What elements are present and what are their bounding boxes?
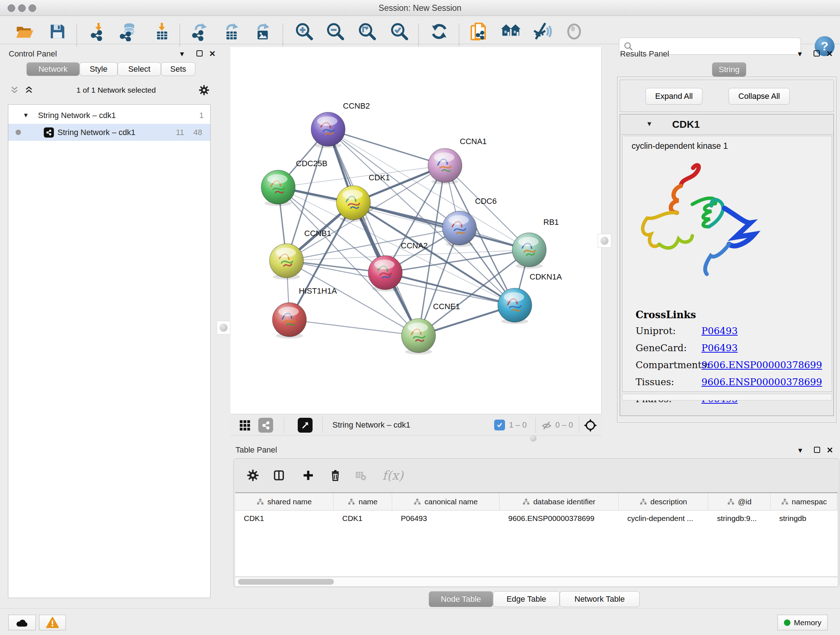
- share-document-button[interactable]: [468, 21, 489, 42]
- function-builder-button[interactable]: f(x): [378, 466, 407, 485]
- bottom-splitter-handle[interactable]: [527, 432, 540, 444]
- table-cell[interactable]: CDK1: [333, 510, 392, 526]
- collapse-all-button[interactable]: Collapse All: [729, 88, 790, 105]
- results-panel-float-button[interactable]: [810, 49, 823, 59]
- import-network-database-button[interactable]: [118, 21, 139, 42]
- right-splitter-handle[interactable]: [598, 234, 611, 248]
- crosslink-link[interactable]: 9606.ENSP00000378699: [701, 359, 822, 371]
- hide-glass-pane-button[interactable]: [532, 21, 553, 42]
- column-header-namespac[interactable]: namespac: [771, 493, 837, 510]
- detach-view-button[interactable]: [298, 418, 313, 432]
- delete-table-button[interactable]: [351, 466, 370, 485]
- table-cell[interactable]: 9606.ENSP00000378699: [500, 510, 619, 526]
- zoom-in-button[interactable]: [294, 21, 315, 42]
- crosslink-link[interactable]: P06493: [701, 325, 737, 336]
- table-cell[interactable]: P06493: [392, 510, 500, 526]
- network-node-cdk1[interactable]: [336, 186, 370, 222]
- column-type-icon: [256, 498, 264, 505]
- zoom-selected-button[interactable]: [389, 21, 410, 42]
- control-panel-float-button[interactable]: [193, 49, 205, 59]
- collection-expand-arrow-icon[interactable]: ▼: [23, 112, 29, 119]
- network-collection-row[interactable]: ▼ String Network – cdk1 1: [8, 107, 210, 124]
- apply-layout-button[interactable]: [429, 21, 450, 42]
- control-panel-close-button[interactable]: ✕: [206, 49, 218, 59]
- export-table-icon: [222, 22, 240, 41]
- network-view-canvas[interactable]: CCNB2CCNA1CDC25BCDK1CDC6RB1CCNB1CCNA2CDK…: [231, 47, 602, 414]
- tab-style[interactable]: Style: [80, 62, 118, 76]
- hidden-count: 0 – 0: [555, 420, 573, 430]
- table-row[interactable]: CDK1CDK1P064939606.ENSP00000378699cyclin…: [235, 510, 837, 526]
- table-cell[interactable]: stringdb: [771, 510, 837, 526]
- table-hscrollbar[interactable]: [235, 578, 837, 586]
- collapse-all-networks-button[interactable]: [7, 83, 22, 97]
- tab-string[interactable]: String: [712, 62, 746, 77]
- expand-all-networks-button[interactable]: [22, 83, 36, 97]
- network-node-cdkn1a[interactable]: [498, 288, 532, 324]
- create-column-button[interactable]: [299, 466, 317, 485]
- column-header--id[interactable]: @id: [708, 493, 771, 510]
- node-label-ccnb2: CCNB2: [343, 101, 370, 111]
- left-splitter-handle[interactable]: [217, 321, 231, 334]
- network-node-rb1[interactable]: [512, 233, 546, 269]
- expand-all-button[interactable]: Expand All: [645, 88, 703, 105]
- show-glass-pane-button[interactable]: [564, 21, 584, 42]
- network-node-hist1h1a[interactable]: [272, 302, 306, 339]
- column-header-database-identifier[interactable]: database identifier: [500, 493, 619, 510]
- column-header-description[interactable]: description: [619, 493, 708, 510]
- open-session-button[interactable]: [14, 21, 35, 42]
- tab-node-table[interactable]: Node Table: [429, 591, 493, 607]
- export-image-button[interactable]: [252, 21, 273, 42]
- show-columns-button[interactable]: [270, 466, 288, 485]
- tab-network[interactable]: Network: [27, 62, 80, 76]
- network-node-ccna1[interactable]: [428, 149, 462, 184]
- network-row-selected[interactable]: String Network – cdk1 11 48: [8, 124, 210, 141]
- selected-checkbox-icon[interactable]: [494, 420, 505, 431]
- control-panel-menu-button[interactable]: ▾: [176, 49, 188, 59]
- delete-column-button[interactable]: [326, 466, 345, 485]
- tab-sets[interactable]: Sets: [161, 62, 195, 76]
- table-panel-menu-button[interactable]: ▾: [794, 445, 806, 456]
- float-icon: [814, 447, 820, 453]
- grid-view-button[interactable]: [237, 418, 252, 432]
- table-hscrollbar-thumb[interactable]: [238, 579, 334, 585]
- table-panel-float-button[interactable]: [811, 445, 823, 456]
- import-network-file-button[interactable]: [88, 21, 109, 42]
- export-table-button[interactable]: [221, 21, 242, 42]
- column-header-canonical-name[interactable]: canonical name: [392, 493, 500, 510]
- tab-select[interactable]: Select: [118, 62, 161, 76]
- network-edge[interactable]: [328, 129, 418, 336]
- crosslink-link[interactable]: P06493: [701, 342, 737, 353]
- cloud-status-button[interactable]: [8, 615, 36, 630]
- network-edge[interactable]: [328, 129, 445, 165]
- memory-button[interactable]: Memory: [777, 615, 828, 630]
- network-options-button[interactable]: [196, 82, 212, 98]
- tab-edge-table[interactable]: Edge Table: [493, 591, 560, 607]
- column-header-name[interactable]: name: [333, 493, 392, 510]
- warnings-button[interactable]: [39, 615, 66, 630]
- import-table-file-button[interactable]: [151, 21, 172, 42]
- table-cell[interactable]: cyclin-dependent ...: [619, 510, 708, 526]
- column-header-shared-name[interactable]: shared name: [235, 493, 333, 510]
- results-panel-close-button[interactable]: ✕: [823, 49, 836, 59]
- results-panel-menu-button[interactable]: ▾: [794, 49, 806, 59]
- network-node-ccnb1[interactable]: [270, 244, 303, 279]
- results-scrollbar-track[interactable]: [622, 394, 832, 401]
- network-node-ccne1[interactable]: [401, 318, 436, 355]
- network-node-cdc25b[interactable]: [261, 170, 295, 206]
- zoom-out-button[interactable]: [325, 21, 346, 42]
- network-edge[interactable]: [289, 320, 418, 336]
- gene-section-header[interactable]: ▼ CDK1: [620, 114, 834, 135]
- table-options-button[interactable]: [243, 466, 262, 485]
- table-panel-close-button[interactable]: ✕: [824, 445, 836, 456]
- save-session-button[interactable]: [47, 21, 68, 42]
- birdseye-toggle-button[interactable]: [583, 418, 598, 432]
- zoom-fit-button[interactable]: [357, 21, 378, 42]
- string-home-button[interactable]: [500, 21, 521, 42]
- table-cell[interactable]: stringdb:9...: [708, 510, 771, 526]
- tab-network-table[interactable]: Network Table: [560, 591, 639, 607]
- section-collapse-arrow-icon[interactable]: ▼: [646, 120, 653, 128]
- export-network-button[interactable]: [189, 21, 210, 42]
- network-overview-button[interactable]: [258, 418, 273, 432]
- crosslink-link[interactable]: 9606.ENSP00000378699: [701, 377, 822, 387]
- table-cell[interactable]: CDK1: [235, 510, 333, 526]
